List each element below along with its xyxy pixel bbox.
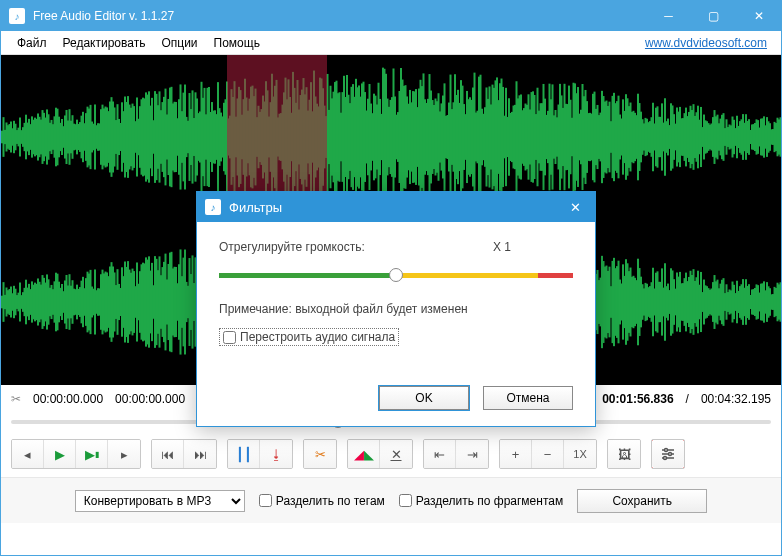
cut-group: ✂	[303, 439, 337, 469]
dialog-title: Фильтры	[229, 200, 555, 215]
volume-slider-green	[219, 273, 396, 278]
volume-slider-thumb[interactable]	[389, 268, 403, 282]
seek-group: ⏮ ⏭	[151, 439, 217, 469]
undo-button[interactable]: ◢◣	[348, 440, 380, 468]
split-tags-checkbox[interactable]: Разделить по тегам	[259, 494, 385, 508]
scissors-icon: ✂	[11, 392, 21, 406]
delete-button[interactable]: ✕	[380, 440, 412, 468]
rebuild-input[interactable]	[223, 331, 236, 344]
dialog-note: Примечание: выходной файл будет изменен	[219, 302, 573, 316]
time-separator: /	[686, 392, 689, 406]
volume-label: Отрегулируйте громкость:	[219, 240, 493, 254]
dialog-logo-icon: ♪	[205, 199, 221, 215]
menu-file[interactable]: Файл	[9, 36, 55, 50]
split-fragments-input[interactable]	[399, 494, 412, 507]
zoom-in-button[interactable]: +	[500, 440, 532, 468]
save-button[interactable]: Сохранить	[577, 489, 707, 513]
split-fragments-checkbox[interactable]: Разделить по фрагментам	[399, 494, 563, 508]
pause-marker-button[interactable]: ┃┃	[228, 440, 260, 468]
filters-dialog: ♪ Фильтры ✕ Отрегулируйте громкость: X 1…	[196, 191, 596, 427]
convert-format-select[interactable]: Конвертировать в MP3	[75, 490, 245, 512]
playback-group: ◂ ▶ ▶▮ ▸	[11, 439, 141, 469]
dialog-close-button[interactable]: ✕	[555, 192, 595, 222]
sliders-icon	[660, 446, 676, 462]
dialog-titlebar[interactable]: ♪ Фильтры ✕	[197, 192, 595, 222]
menu-options[interactable]: Опции	[153, 36, 205, 50]
play-button[interactable]: ▶	[44, 440, 76, 468]
settings-group	[651, 439, 685, 469]
dialog-ok-button[interactable]: OK	[379, 386, 469, 410]
filters-button[interactable]	[652, 440, 684, 468]
zoom-level[interactable]: 1X	[564, 440, 596, 468]
rebuild-label: Перестроить аудио сигнала	[240, 330, 395, 344]
trim-end-button[interactable]: ⇥	[456, 440, 488, 468]
dialog-buttons: OK Отмена	[197, 376, 595, 426]
zoom-group: + − 1X	[499, 439, 597, 469]
selection-end-time: 00:00:00.000	[115, 392, 185, 406]
svg-rect-1041	[780, 282, 782, 321]
maximize-button[interactable]: ▢	[691, 1, 736, 31]
split-fragments-label: Разделить по фрагментам	[416, 494, 563, 508]
window-title: Free Audio Editor v. 1.1.27	[33, 9, 646, 23]
menu-help[interactable]: Помощь	[206, 36, 268, 50]
marker-group: ┃┃ ⭳	[227, 439, 293, 469]
trim-group: ⇤ ⇥	[423, 439, 489, 469]
svg-point-1046	[669, 453, 672, 456]
minimize-button[interactable]: ─	[646, 1, 691, 31]
selection-start-time: 00:00:00.000	[33, 392, 103, 406]
app-logo-icon: ♪	[9, 8, 25, 24]
website-link[interactable]: www.dvdvideosoft.com	[645, 36, 773, 50]
split-tags-input[interactable]	[259, 494, 272, 507]
toolbar: ◂ ▶ ▶▮ ▸ ⏮ ⏭ ┃┃ ⭳ ✂ ◢◣ ✕ ⇤ ⇥ + − 1X 🖼	[1, 431, 781, 477]
menubar: Файл Редактировать Опции Помощь www.dvdv…	[1, 31, 781, 55]
dialog-cancel-button[interactable]: Отмена	[483, 386, 573, 410]
volume-slider-red	[538, 273, 573, 278]
image-button[interactable]: 🖼	[608, 440, 640, 468]
rewind-button[interactable]: ⏮	[152, 440, 184, 468]
image-group: 🖼	[607, 439, 641, 469]
volume-slider[interactable]	[219, 266, 573, 284]
record-marker-button[interactable]: ⭳	[260, 440, 292, 468]
svg-rect-521	[780, 117, 782, 156]
svg-point-1047	[664, 457, 667, 460]
volume-value: X 1	[493, 240, 573, 254]
menu-edit[interactable]: Редактировать	[55, 36, 154, 50]
play-selection-button[interactable]: ▶▮	[76, 440, 108, 468]
rebuild-checkbox[interactable]: Перестроить аудио сигнала	[219, 328, 399, 346]
svg-point-1045	[665, 449, 668, 452]
zoom-out-button[interactable]: −	[532, 440, 564, 468]
cut-button[interactable]: ✂	[304, 440, 336, 468]
dialog-body: Отрегулируйте громкость: X 1 Примечание:…	[197, 222, 595, 376]
edit-group: ◢◣ ✕	[347, 439, 413, 469]
forward-button[interactable]: ⏭	[184, 440, 216, 468]
total-time: 00:04:32.195	[701, 392, 771, 406]
trim-start-button[interactable]: ⇤	[424, 440, 456, 468]
bottom-bar: Конвертировать в MP3 Разделить по тегам …	[1, 477, 781, 523]
next-button[interactable]: ▸	[108, 440, 140, 468]
close-button[interactable]: ✕	[736, 1, 781, 31]
titlebar: ♪ Free Audio Editor v. 1.1.27 ─ ▢ ✕	[1, 1, 781, 31]
volume-slider-yellow	[396, 273, 538, 278]
current-time: 00:01:56.836	[602, 392, 673, 406]
split-tags-label: Разделить по тегам	[276, 494, 385, 508]
prev-button[interactable]: ◂	[12, 440, 44, 468]
